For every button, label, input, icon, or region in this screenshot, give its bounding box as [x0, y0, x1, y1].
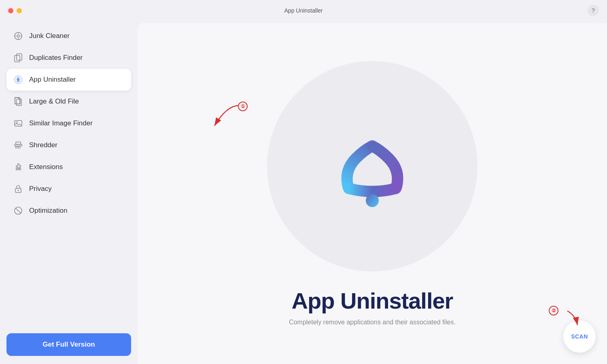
main-subtitle: Completely remove applications and their… [289, 319, 456, 326]
sidebar-item-extensions[interactable]: Extensions [6, 156, 131, 178]
sidebar: Junk Cleaner Duplicates Finder [0, 21, 138, 364]
svg-rect-10 [17, 99, 21, 106]
puzzle-icon [13, 162, 23, 172]
sidebar-item-privacy[interactable]: Privacy [6, 178, 131, 200]
scan-area: ② SCAN [563, 320, 596, 353]
annotation-1: ① [238, 102, 248, 111]
sidebar-item-similar-image-finder[interactable]: Similar Image Finder [6, 112, 131, 134]
sidebar-item-shredder[interactable]: Shredder [6, 134, 131, 156]
annotation-arrow-1 [206, 102, 243, 134]
svg-rect-9 [15, 97, 20, 104]
hero-text: App Uninstaller Completely remove applic… [289, 288, 456, 326]
app-store-icon [13, 74, 23, 85]
duplicates-finder-label: Duplicates Finder [29, 54, 83, 62]
junk-cleaner-label: Junk Cleaner [29, 32, 70, 40]
lock-icon [13, 184, 23, 194]
privacy-label: Privacy [29, 185, 52, 193]
sidebar-item-junk-cleaner[interactable]: Junk Cleaner [6, 25, 131, 47]
shredder-icon [13, 140, 23, 150]
circle-slash-icon [13, 205, 23, 216]
scan-button[interactable]: SCAN [563, 320, 596, 353]
traffic-lights [8, 8, 22, 13]
svg-point-1 [17, 35, 19, 37]
sidebar-item-duplicates-finder[interactable]: Duplicates Finder [6, 47, 131, 69]
titlebar-title: App Uninstaller [284, 7, 323, 14]
gear-sweep-icon [13, 31, 23, 41]
close-button[interactable] [8, 8, 13, 13]
svg-point-19 [366, 194, 379, 207]
svg-point-16 [18, 190, 19, 191]
annotation-badge-1: ① [238, 102, 248, 111]
minimize-button[interactable] [17, 8, 22, 13]
sidebar-item-app-uninstaller[interactable]: App Uninstaller [6, 69, 131, 91]
annotation-badge-2: ② [549, 306, 558, 315]
get-full-version-button[interactable]: Get Full Version [6, 333, 131, 356]
similar-image-finder-label: Similar Image Finder [29, 119, 93, 127]
svg-point-12 [16, 122, 18, 123]
optimization-label: Optimization [29, 207, 67, 215]
copy-icon [13, 53, 23, 63]
sidebar-item-large-old-file[interactable]: Large & Old File [6, 91, 131, 112]
app-uninstaller-label: App Uninstaller [29, 76, 76, 84]
sidebar-item-optimization[interactable]: Optimization [6, 200, 131, 222]
file-icon [13, 96, 23, 107]
extensions-label: Extensions [29, 163, 63, 171]
annotation-badge-2-container: ② [549, 306, 558, 315]
app-container: Junk Cleaner Duplicates Finder [0, 0, 607, 364]
help-button[interactable]: ? [588, 5, 599, 16]
svg-rect-11 [15, 121, 22, 126]
main-title: App Uninstaller [289, 288, 456, 314]
hero-circle [267, 61, 478, 271]
app-icon [316, 110, 429, 223]
image-icon [13, 118, 23, 129]
nav-items-list: Junk Cleaner Duplicates Finder [6, 25, 131, 333]
large-old-file-label: Large & Old File [29, 97, 79, 106]
main-content: ① [138, 23, 607, 364]
shredder-label: Shredder [29, 141, 57, 149]
svg-rect-6 [17, 54, 22, 60]
svg-rect-7 [15, 55, 20, 62]
titlebar: App Uninstaller ? [0, 0, 607, 21]
svg-rect-14 [16, 142, 21, 144]
